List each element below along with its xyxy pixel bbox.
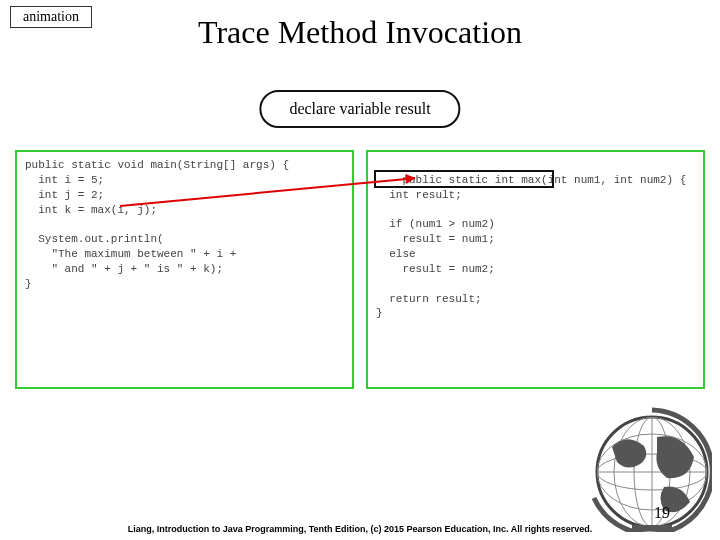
- globe-icon: [572, 402, 712, 532]
- page-number: 19: [654, 504, 670, 522]
- code-panes: public static void main(String[] args) {…: [15, 150, 705, 389]
- footer-text: Liang, Introduction to Java Programming,…: [0, 524, 720, 534]
- page-title: Trace Method Invocation: [198, 14, 522, 51]
- left-code-pane: public static void main(String[] args) {…: [15, 150, 354, 389]
- arrow-head-icon: [405, 173, 416, 184]
- trace-callout: declare variable result: [259, 90, 460, 128]
- animation-badge: animation: [10, 6, 92, 28]
- right-code-text: public static int max(int num1, int num2…: [376, 174, 686, 320]
- right-code-pane: public static int max(int num1, int num2…: [366, 150, 705, 389]
